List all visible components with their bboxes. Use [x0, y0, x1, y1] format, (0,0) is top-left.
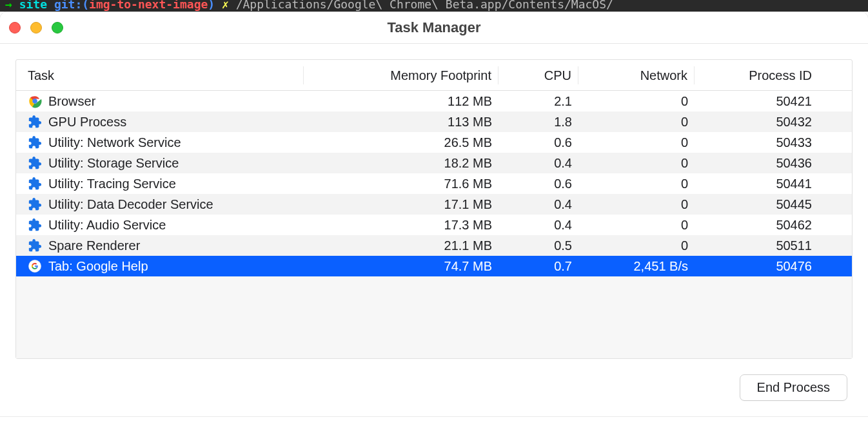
terminal-fragment: → site git:(img-to-next-image) ✗ /Applic…: [0, 0, 868, 12]
table-row[interactable]: Utility: Storage Service18.2 MB0.4050436: [16, 153, 852, 173]
column-header-task[interactable]: Task: [21, 66, 304, 84]
cell-process-id: 50441: [695, 177, 818, 191]
cell-process-id: 50462: [695, 218, 818, 233]
cell-network: 0: [578, 218, 695, 233]
chrome-icon: [28, 94, 42, 108]
cell-network: 0: [578, 115, 695, 130]
cell-cpu: 0.6: [498, 177, 578, 191]
titlebar[interactable]: Task Manager: [0, 12, 868, 44]
table-empty-area: [16, 276, 852, 358]
table-body: Browser112 MB2.1050421 GPU Process113 MB…: [16, 91, 852, 358]
cell-process-id: 50433: [695, 135, 818, 150]
cell-memory: 17.1 MB: [304, 197, 498, 212]
cell-network: 0: [578, 135, 695, 150]
cell-cpu: 0.4: [498, 197, 578, 212]
table-row[interactable]: Browser112 MB2.1050421: [16, 91, 852, 111]
cell-process-id: 50445: [695, 197, 818, 212]
cell-process-id: 50436: [695, 156, 818, 171]
puzzle-icon: [28, 156, 42, 170]
cell-memory: 17.3 MB: [304, 218, 498, 233]
cell-network: 2,451 B/s: [578, 259, 695, 274]
cell-task: Utility: Data Decoder Service: [21, 197, 304, 212]
google-icon: [28, 259, 42, 273]
cell-task: Utility: Tracing Service: [21, 177, 304, 191]
cell-network: 0: [578, 156, 695, 171]
puzzle-icon: [28, 115, 42, 129]
footer: End Process: [0, 359, 868, 416]
task-name-label: Tab: Google Help: [48, 259, 148, 274]
table-row[interactable]: Tab: Google Help74.7 MB0.72,451 B/s50476: [16, 256, 852, 276]
table-row[interactable]: Utility: Data Decoder Service17.1 MB0.40…: [16, 194, 852, 215]
task-name-label: Utility: Audio Service: [48, 218, 166, 233]
task-name-label: Utility: Tracing Service: [48, 177, 176, 191]
cell-task: GPU Process: [21, 115, 304, 130]
puzzle-icon: [28, 197, 42, 211]
puzzle-icon: [28, 238, 42, 253]
terminal-project: site: [19, 0, 47, 11]
traffic-lights: [0, 22, 63, 34]
task-table: Task Memory Footprint CPU Network Proces…: [15, 59, 853, 359]
terminal-dirty-icon: ✗: [222, 0, 229, 11]
terminal-branch: img-to-next-image: [89, 0, 208, 11]
cell-memory: 112 MB: [304, 94, 498, 109]
cell-task: Utility: Network Service: [21, 135, 304, 150]
task-name-label: Utility: Data Decoder Service: [48, 197, 213, 212]
cell-network: 0: [578, 238, 695, 253]
cell-network: 0: [578, 197, 695, 212]
cell-cpu: 2.1: [498, 94, 578, 109]
cell-memory: 18.2 MB: [304, 156, 498, 171]
cell-memory: 21.1 MB: [304, 238, 498, 253]
table-row[interactable]: GPU Process113 MB1.8050432: [16, 111, 852, 132]
cell-cpu: 0.7: [498, 259, 578, 274]
cell-memory: 71.6 MB: [304, 177, 498, 191]
cell-cpu: 0.6: [498, 135, 578, 150]
minimize-window-button[interactable]: [30, 22, 42, 34]
cell-cpu: 0.5: [498, 238, 578, 253]
cell-network: 0: [578, 94, 695, 109]
window-title: Task Manager: [0, 19, 868, 36]
cell-task: Browser: [21, 94, 304, 109]
maximize-window-button[interactable]: [52, 22, 63, 34]
cell-network: 0: [578, 177, 695, 191]
table-row[interactable]: Utility: Tracing Service71.6 MB0.6050441: [16, 173, 852, 194]
cell-process-id: 50432: [695, 115, 818, 130]
cell-memory: 74.7 MB: [304, 259, 498, 274]
table-header-row: Task Memory Footprint CPU Network Proces…: [16, 60, 852, 91]
table-row[interactable]: Spare Renderer21.1 MB0.5050511: [16, 235, 852, 256]
cell-cpu: 0.4: [498, 156, 578, 171]
table-row[interactable]: Utility: Audio Service17.3 MB0.4050462: [16, 215, 852, 235]
cell-process-id: 50476: [695, 259, 818, 274]
cell-task: Utility: Audio Service: [21, 218, 304, 233]
end-process-button[interactable]: End Process: [740, 374, 847, 401]
cell-memory: 26.5 MB: [304, 135, 498, 150]
cell-task: Tab: Google Help: [21, 259, 304, 274]
puzzle-icon: [28, 218, 42, 232]
column-header-cpu[interactable]: CPU: [498, 66, 578, 84]
cell-cpu: 0.4: [498, 218, 578, 233]
close-window-button[interactable]: [9, 22, 21, 34]
task-name-label: Utility: Storage Service: [48, 156, 179, 171]
cell-task: Spare Renderer: [21, 238, 304, 253]
column-header-network[interactable]: Network: [578, 66, 695, 84]
column-header-memory[interactable]: Memory Footprint: [304, 66, 498, 84]
task-name-label: Browser: [48, 94, 95, 109]
terminal-arrow: →: [5, 0, 12, 11]
column-header-process-id[interactable]: Process ID: [695, 66, 818, 84]
cell-process-id: 50421: [695, 94, 818, 109]
cell-memory: 113 MB: [304, 115, 498, 130]
task-name-label: Spare Renderer: [48, 238, 140, 253]
cell-cpu: 1.8: [498, 115, 578, 130]
terminal-git-label: git:(: [54, 0, 89, 11]
task-name-label: GPU Process: [48, 115, 126, 130]
puzzle-icon: [28, 135, 42, 149]
puzzle-icon: [28, 177, 42, 191]
terminal-git-close: ): [208, 0, 215, 11]
task-manager-window: Task Manager Task Memory Footprint CPU N…: [0, 12, 868, 416]
terminal-path: /Applications/Google\ Chrome\ Beta.app/C…: [236, 0, 613, 11]
cell-process-id: 50511: [695, 238, 818, 253]
table-row[interactable]: Utility: Network Service26.5 MB0.6050433: [16, 132, 852, 153]
task-name-label: Utility: Network Service: [48, 135, 181, 150]
cell-task: Utility: Storage Service: [21, 156, 304, 171]
